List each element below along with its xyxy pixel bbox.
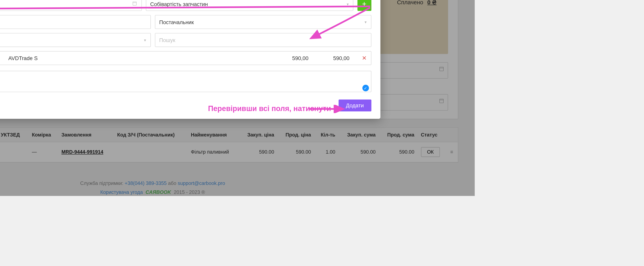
check-icon: ✓ xyxy=(362,85,369,91)
comment-textarea[interactable] xyxy=(0,71,371,92)
cash-order-modal: ✕ Касовий ордер Звичайний Сервісне внесе… xyxy=(0,0,380,119)
date-input[interactable]: 15.03.2023 xyxy=(0,0,142,11)
calendar-icon xyxy=(132,1,137,7)
doc-search-input[interactable]: Пошук xyxy=(155,33,371,47)
add-analytic-button[interactable]: + xyxy=(357,0,371,11)
analytic-select[interactable]: Собівартість запчастин▾ xyxy=(146,0,353,11)
counterparty-select[interactable]: Постачальник▾ xyxy=(155,15,371,29)
selected-document-row: INC-9444-1078678 AVDTrade S 590,00 590,0… xyxy=(0,51,371,65)
svg-rect-34 xyxy=(132,2,136,5)
modal-overlay: ✕ Касовий ордер Звичайний Сервісне внесе… xyxy=(0,0,475,196)
remove-doc-button[interactable]: ✕ xyxy=(362,55,367,62)
amount-input[interactable] xyxy=(0,15,150,29)
counterparty-value-select[interactable]: AVDTrade S▾ xyxy=(0,33,150,47)
submit-button[interactable]: Додати xyxy=(338,100,371,111)
